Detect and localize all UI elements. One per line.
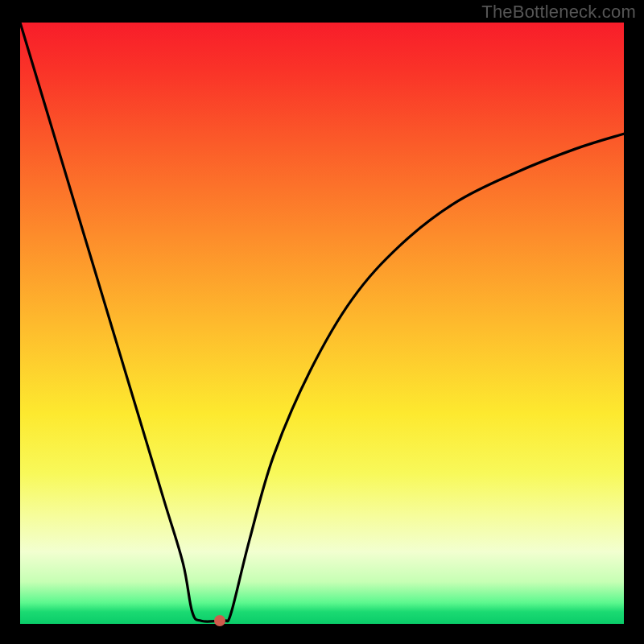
chart-stage: TheBottleneck.com xyxy=(0,0,644,644)
bottleneck-curve xyxy=(20,23,624,621)
curve-svg xyxy=(20,23,624,624)
optimum-marker xyxy=(214,615,225,626)
watermark-label: TheBottleneck.com xyxy=(481,2,636,23)
plot-area xyxy=(20,23,624,624)
